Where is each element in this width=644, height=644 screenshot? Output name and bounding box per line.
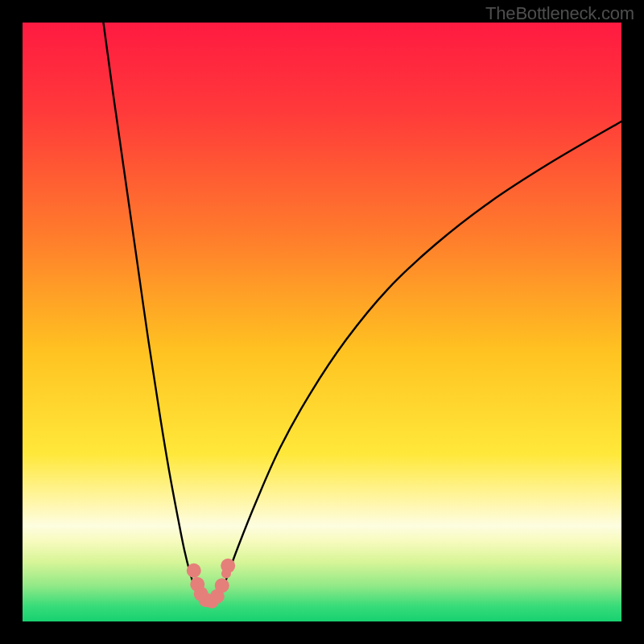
watermark-text: TheBottleneck.com <box>485 3 634 24</box>
marker-dot <box>221 568 231 578</box>
chart-frame <box>23 23 621 621</box>
marker-dot <box>215 578 229 592</box>
chart-svg <box>23 23 621 621</box>
chart-background-gradient <box>23 23 621 621</box>
marker-dot <box>187 564 201 578</box>
